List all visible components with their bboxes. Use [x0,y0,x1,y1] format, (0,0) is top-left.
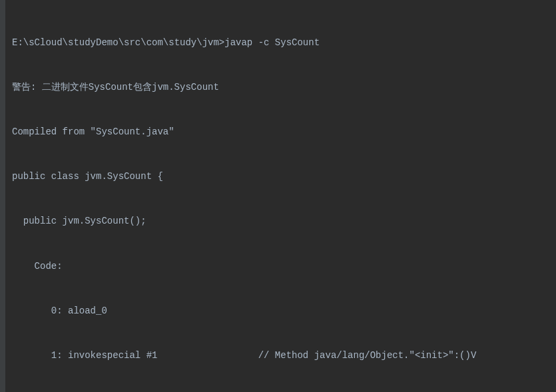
terminal-line: public jvm.SysCount(); [12,214,549,228]
terminal-line: E:\sCloud\studyDemo\src\com\study\jvm>ja… [12,35,549,50]
terminal-line: Code: [12,259,549,274]
sidebar-gutter [0,0,5,392]
terminal-line: 0: aload_0 [12,303,549,318]
terminal-line: public class jvm.SysCount { [12,169,549,184]
terminal-output: E:\sCloud\studyDemo\src\com\study\jvm>ja… [5,0,556,392]
terminal-line: Compiled from "SysCount.java" [12,124,549,139]
terminal-line: 警告: 二进制文件SysCount包含jvm.SysCount [12,80,549,95]
terminal-line: 1: invokespecial #1 // Method java/lang/… [12,348,549,363]
